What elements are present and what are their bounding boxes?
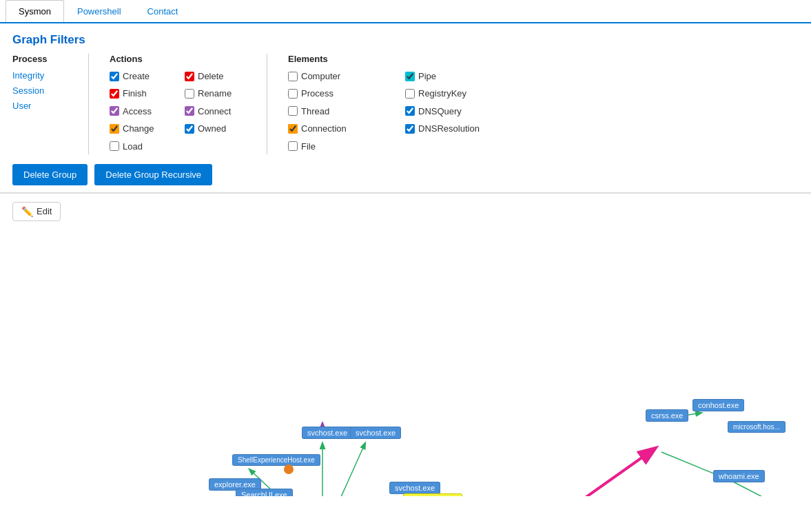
action-finish-label: Finish	[123, 85, 147, 101]
action-connect-checkbox[interactable]	[185, 106, 194, 116]
element-registrykey-checkbox[interactable]	[405, 89, 415, 99]
action-load-checkbox[interactable]	[110, 141, 119, 151]
element-thread: Thread	[288, 103, 391, 119]
action-access: Access	[110, 103, 171, 119]
element-process-checkbox[interactable]	[288, 89, 298, 99]
edit-label: Edit	[37, 206, 52, 216]
buttons-row: Delete Group Delete Group Recursive	[12, 164, 799, 185]
node-svchost3[interactable]: svchost.exe	[389, 482, 440, 494]
action-rename-checkbox[interactable]	[185, 89, 194, 99]
process-link-user[interactable]: User	[12, 99, 68, 114]
element-file: File	[288, 139, 391, 154]
node-conhost[interactable]: conhost.exe	[692, 399, 744, 411]
element-registrykey-label: RegistryKey	[418, 85, 466, 101]
action-connect: Connect	[185, 103, 246, 119]
action-access-checkbox[interactable]	[110, 106, 119, 116]
graph-svg	[0, 194, 811, 496]
element-dnsresolution-label: DNSResolution	[418, 121, 480, 136]
process-section: Process Integrity Session User	[12, 54, 68, 114]
element-dnsquery: DNSQuery	[405, 103, 509, 119]
filters-row: Process Integrity Session User Actions C…	[12, 54, 799, 154]
action-rename-label: Rename	[198, 85, 232, 101]
graph-area: ✏️ Edit	[0, 193, 811, 496]
element-connection-checkbox[interactable]	[288, 124, 298, 134]
svg-line-1	[322, 443, 365, 496]
process-title: Process	[12, 54, 68, 64]
elements-section: Elements Computer Pipe Process	[288, 54, 509, 154]
element-pipe-checkbox[interactable]	[405, 72, 415, 81]
action-delete-checkbox[interactable]	[185, 72, 194, 81]
node-top-partial[interactable]: microsoft.hos...	[728, 421, 786, 433]
element-dnsresolution-checkbox[interactable]	[405, 124, 415, 134]
element-file-label: File	[301, 139, 316, 154]
action-delete-label: Delete	[198, 68, 224, 84]
tab-sysmon[interactable]: Sysmon	[6, 0, 64, 22]
action-change-checkbox[interactable]	[110, 124, 119, 134]
element-connection-label: Connection	[301, 121, 347, 136]
actions-grid: Create Delete Finish Rename	[110, 68, 246, 154]
process-link-integrity[interactable]: Integrity	[12, 68, 68, 83]
filters-panel: Graph Filters Process Integrity Session …	[0, 23, 811, 193]
action-create-checkbox[interactable]	[110, 72, 119, 81]
element-computer-checkbox[interactable]	[288, 72, 298, 81]
action-load: Load	[110, 139, 171, 154]
element-process: Process	[288, 85, 391, 101]
action-load-label: Load	[123, 139, 143, 154]
delete-group-recursive-button[interactable]: Delete Group Recursive	[94, 164, 212, 185]
action-rename: Rename	[185, 85, 246, 101]
element-dnsquery-label: DNSQuery	[418, 103, 462, 119]
edit-button[interactable]: ✏️ Edit	[12, 202, 61, 221]
element-dnsresolution: DNSResolution	[405, 121, 509, 136]
action-access-label: Access	[123, 103, 152, 119]
element-thread-checkbox[interactable]	[288, 106, 298, 116]
node-svchost2[interactable]: svchost.exe	[350, 427, 401, 439]
svg-line-22	[730, 480, 789, 496]
action-owned-label: Owned	[198, 121, 226, 136]
node-csrss[interactable]: csrss.exe	[646, 409, 688, 422]
element-computer: Computer	[288, 68, 391, 84]
action-change: Change	[110, 121, 171, 136]
action-finish: Finish	[110, 85, 171, 101]
tab-contact[interactable]: Contact	[134, 0, 192, 22]
delete-group-button[interactable]: Delete Group	[12, 164, 88, 185]
elements-grid: Computer Pipe Process RegistryKey	[288, 68, 509, 154]
filters-title: Graph Filters	[12, 33, 799, 47]
svg-line-11	[513, 449, 655, 496]
action-change-label: Change	[123, 121, 154, 136]
node-whoami[interactable]: whoami.exe	[713, 470, 765, 482]
action-owned-checkbox[interactable]	[185, 124, 194, 134]
process-link-session[interactable]: Session	[12, 83, 68, 99]
actions-section: Actions Create Delete Finish	[88, 54, 267, 154]
node-svchost1[interactable]: svchost.exe	[302, 427, 353, 439]
tab-powershell[interactable]: Powershell	[64, 0, 134, 22]
action-create-label: Create	[123, 68, 150, 84]
node-searchui[interactable]: SearchUI.exe	[236, 489, 293, 496]
element-thread-label: Thread	[301, 103, 329, 119]
action-finish-checkbox[interactable]	[110, 89, 119, 99]
action-create: Create	[110, 68, 171, 84]
action-connect-label: Connect	[198, 103, 231, 119]
element-computer-label: Computer	[301, 68, 340, 84]
elements-title: Elements	[288, 54, 509, 64]
actions-title: Actions	[110, 54, 246, 64]
element-pipe-label: Pipe	[418, 68, 436, 84]
element-connection: Connection	[288, 121, 391, 136]
action-owned: Owned	[185, 121, 246, 136]
node-shell[interactable]: ShellExperienceHost.exe	[232, 454, 320, 466]
element-process-label: Process	[301, 85, 333, 101]
element-dnsquery-checkbox[interactable]	[405, 106, 415, 116]
dot-orange-1	[284, 464, 294, 474]
action-delete: Delete	[185, 68, 246, 84]
element-file-checkbox[interactable]	[288, 141, 298, 151]
element-pipe: Pipe	[405, 68, 509, 84]
node-ip105[interactable]: 172.18.39.105	[403, 493, 462, 496]
edit-icon: ✏️	[21, 206, 33, 217]
element-registrykey: RegistryKey	[405, 85, 509, 101]
tabs-bar: Sysmon Powershell Contact	[0, 0, 811, 23]
